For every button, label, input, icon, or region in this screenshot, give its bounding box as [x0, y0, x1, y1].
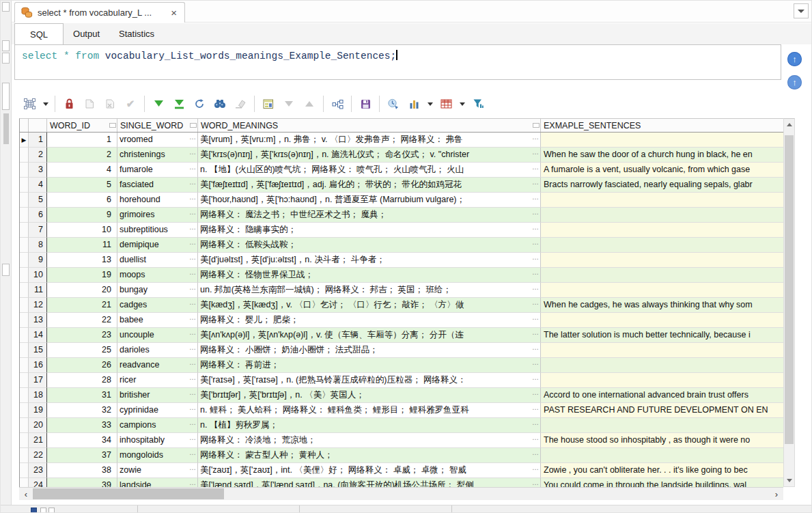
- row-number[interactable]: 10: [29, 268, 47, 283]
- cell-exmaple-sentences[interactable]: [541, 343, 783, 358]
- cell-exmaple-sentences[interactable]: When he saw the door of a church hung in…: [541, 148, 783, 163]
- form-view-icon[interactable]: [258, 95, 279, 113]
- cell-word-id[interactable]: 9: [47, 208, 117, 223]
- cell-word-id[interactable]: 10: [47, 223, 117, 238]
- row-number[interactable]: 17: [29, 373, 47, 388]
- row-number[interactable]: 18: [29, 388, 47, 403]
- cell-word-meanings[interactable]: un. 邦加(英格兰东南部一城镇)； 网络释义： 邦吉； 英国； 班给；…: [198, 283, 541, 298]
- cell-word-meanings[interactable]: 网络释义： 低鞍头战鞍；…: [198, 238, 541, 253]
- cell-single-word[interactable]: fumarole…: [117, 163, 198, 178]
- cell-single-word[interactable]: christenings…: [117, 148, 198, 163]
- cell-word-id[interactable]: 22: [47, 313, 117, 328]
- result-grid-dropdown[interactable]: [40, 95, 51, 113]
- header-resize-handle[interactable]: [190, 123, 197, 128]
- row-number[interactable]: 23: [29, 463, 47, 478]
- row-number[interactable]: 5: [29, 193, 47, 208]
- cell-word-id[interactable]: 2: [47, 148, 117, 163]
- cell-single-word[interactable]: zowie…: [117, 463, 198, 478]
- cell-word-id[interactable]: 28: [47, 373, 117, 388]
- cell-single-word[interactable]: subreptitious…: [117, 223, 198, 238]
- cell-exmaple-sentences[interactable]: [541, 268, 783, 283]
- cell-word-meanings[interactable]: 网络释义： 再前进；…: [198, 358, 541, 373]
- cell-word-meanings[interactable]: n. 【植】剪秋罗属；…: [198, 418, 541, 433]
- cell-single-word[interactable]: cyprinidae…: [117, 403, 198, 418]
- cell-exmaple-sentences[interactable]: [541, 358, 783, 373]
- column-header-word-meanings[interactable]: WORD_MEANINGS: [198, 119, 541, 132]
- cell-word-meanings[interactable]: 网络释义： 怪物世界保卫战；…: [198, 268, 541, 283]
- cell-word-meanings[interactable]: 美['lænd saɪd]，英['lænd saɪd]，na. (向旅客开放的)…: [198, 478, 541, 487]
- cell-word-meanings[interactable]: 美['krɪs(ə)nɪŋ]，英['krɪs(ə)nɪŋ]，n. 施洗礼仪式； …: [198, 148, 541, 163]
- header-resize-handle[interactable]: [109, 123, 116, 128]
- cell-exmaple-sentences[interactable]: Bracts narrowly fasciated, nearly equali…: [541, 178, 783, 193]
- row-number[interactable]: 14: [29, 328, 47, 343]
- header-resize-handle[interactable]: [533, 123, 540, 128]
- sql-editor[interactable]: select * from vocabulary_List_words_mean…: [14, 44, 781, 80]
- toolbar-overflow-chevron[interactable]: [794, 3, 809, 18]
- cell-exmaple-sentences[interactable]: [541, 313, 783, 328]
- tab-output[interactable]: Output: [64, 23, 109, 44]
- result-grid-icon[interactable]: [19, 95, 40, 113]
- table-row[interactable]: 34fumarole…n. 【地】(火山区的)喷气坑； 网络释义： 喷气孔； 火…: [20, 163, 783, 178]
- document-tab[interactable]: select * from vocabulary_L ... ×: [14, 2, 185, 23]
- column-header-exmaple-sentences[interactable]: EXMAPLE_SENTENCES: [541, 119, 784, 132]
- cell-word-meanings[interactable]: 网络释义： 蒙古型人种； 黄种人；…: [198, 448, 541, 463]
- elapsed-time-icon[interactable]: [383, 95, 404, 113]
- export-data-icon[interactable]: [327, 95, 348, 113]
- cell-word-id[interactable]: 39: [47, 478, 117, 487]
- find-icon[interactable]: [210, 95, 230, 113]
- cell-exmaple-sentences[interactable]: [541, 373, 783, 388]
- scrollbar-thumb[interactable]: [33, 488, 224, 499]
- cell-word-id[interactable]: 11: [47, 238, 117, 253]
- cell-word-meanings[interactable]: 网络释义： 小圈饼； 奶油小圈饼； 法式甜品；…: [198, 343, 541, 358]
- column-header-word-id[interactable]: WORD_ID: [47, 119, 117, 132]
- save-data-icon[interactable]: [355, 95, 376, 113]
- row-number[interactable]: 21: [29, 433, 47, 448]
- tab-sql[interactable]: SQL: [14, 23, 64, 44]
- cell-single-word[interactable]: campions…: [117, 418, 198, 433]
- row-number[interactable]: 2: [29, 148, 47, 163]
- row-number[interactable]: 11: [29, 283, 47, 298]
- close-tab-icon[interactable]: ×: [169, 7, 179, 18]
- row-number[interactable]: 16: [29, 358, 47, 373]
- scrollbar-down-arrow[interactable]: [784, 475, 794, 486]
- cell-word-meanings[interactable]: 美['zaʊɪ]，英['zaʊɪ]，int. 〈美俚〉好； 网络释义： 卓威； …: [198, 463, 541, 478]
- cell-single-word[interactable]: landside…: [117, 478, 198, 487]
- row-number[interactable]: 6: [29, 208, 47, 223]
- cell-exmaple-sentences[interactable]: [541, 193, 783, 208]
- table-row[interactable]: 913duellist…美[d'juəlɪst]，英[d'ju:əlɪst]，n…: [20, 253, 783, 268]
- cell-word-id[interactable]: 23: [47, 328, 117, 343]
- table-row[interactable]: 69grimoires…网络释义： 魔法之书； 中世纪巫术之书； 魔典；…: [20, 208, 783, 223]
- cell-word-id[interactable]: 32: [47, 403, 117, 418]
- cell-exmaple-sentences[interactable]: [541, 208, 783, 223]
- grid-vertical-scrollbar[interactable]: [783, 118, 795, 487]
- cell-single-word[interactable]: babee…: [117, 313, 198, 328]
- lock-icon[interactable]: [59, 95, 79, 113]
- cell-word-id[interactable]: 19: [47, 268, 117, 283]
- table-row[interactable]: 1626readvance…网络释义： 再前进；…: [20, 358, 783, 373]
- table-row[interactable]: 1831britisher…美['brɪtɪʃər]，英['brɪtɪʃə]，n…: [20, 388, 783, 403]
- column-header-single-word[interactable]: SINGLE_WORD: [117, 119, 198, 132]
- cell-single-word[interactable]: bungay…: [117, 283, 198, 298]
- cell-word-meanings[interactable]: 网络释义： 婴儿； 肥柴；…: [198, 313, 541, 328]
- table-row[interactable]: 2338zowie…美['zaʊɪ]，英['zaʊɪ]，int. 〈美俚〉好； …: [20, 463, 783, 478]
- cell-word-meanings[interactable]: 美[d'juəlɪst]，英[d'ju:əlɪst]，n. 决斗者； 斗争者；…: [198, 253, 541, 268]
- cell-word-id[interactable]: 33: [47, 418, 117, 433]
- jump-top-button-secondary[interactable]: ↑: [787, 75, 802, 89]
- cell-word-meanings[interactable]: 美['raɪsə]，英['raɪsə]，n. (把熟马铃薯压成碎粒的)压粒器； …: [198, 373, 541, 388]
- cell-exmaple-sentences[interactable]: Zowie , you can't obliterate her. . . it…: [541, 463, 783, 478]
- row-number[interactable]: 20: [29, 418, 47, 433]
- row-number[interactable]: 3: [29, 163, 47, 178]
- cell-exmaple-sentences[interactable]: PAST RESEARCH AND FUTURE DEVELOPMENT ON …: [541, 403, 783, 418]
- cell-word-meanings[interactable]: n. 【地】(火山区的)喷气坑； 网络释义： 喷气孔； 火山喷气孔； 火山…: [198, 163, 541, 178]
- tab-statistics[interactable]: Statistics: [109, 23, 164, 44]
- row-number[interactable]: 7: [29, 223, 47, 238]
- row-number[interactable]: 13: [29, 313, 47, 328]
- filter-icon[interactable]: [468, 95, 488, 113]
- table-row[interactable]: 1120bungay…un. 邦加(英格兰东南部一城镇)； 网络释义： 邦吉； …: [20, 283, 783, 298]
- cell-exmaple-sentences[interactable]: Accord to one international advanced bra…: [541, 388, 783, 403]
- cell-exmaple-sentences[interactable]: [541, 418, 783, 433]
- cell-word-id[interactable]: 13: [47, 253, 117, 268]
- grid-horizontal-scrollbar[interactable]: ‹ ›: [19, 487, 783, 500]
- cell-word-meanings[interactable]: 网络释义： 隐瞒事实的；…: [198, 223, 541, 238]
- row-number[interactable]: 12: [29, 298, 47, 313]
